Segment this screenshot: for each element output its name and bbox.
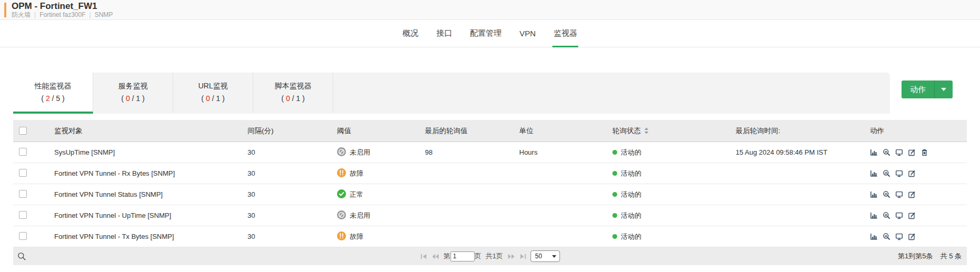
poll-status-cell: 活动的 (612, 232, 736, 241)
select-all-checkbox[interactable] (19, 127, 27, 135)
monitor-tab-count: ( 2 / 5 ) (41, 94, 64, 103)
tab-vpn[interactable]: VPN (519, 20, 537, 47)
monitor-tab-count: ( 0 / 1 ) (281, 94, 304, 103)
first-page-icon[interactable] (420, 253, 427, 260)
bar-chart-icon[interactable] (870, 233, 878, 240)
threshold-cell: 故障 (337, 168, 425, 179)
row-checkbox[interactable] (19, 211, 27, 219)
monitor-interval: 30 (248, 190, 337, 198)
meta-separator: | (34, 11, 36, 19)
table-row: Fortinet VPN Tunnel Status [SNMP] 30 正常 … (13, 184, 967, 205)
edit-icon[interactable] (908, 148, 916, 156)
bar-chart-icon[interactable] (870, 169, 878, 177)
record-summary: 第1到第5条 共 5 条 (898, 251, 962, 261)
monitor-tab-label: 脚本监视器 (275, 82, 312, 91)
col-actions: 动作 (870, 126, 967, 136)
threshold-label: 未启用 (350, 148, 370, 157)
bar-chart-icon[interactable] (870, 148, 878, 156)
table-row: Fortinet VPN Tunnel - Tx Bytes [SNMP] 30… (13, 226, 967, 247)
device-accent-bar (4, 3, 6, 17)
monitor-name: SysUpTime [SNMP] (54, 148, 248, 156)
search-icon[interactable] (17, 252, 26, 261)
prev-page-icon[interactable] (431, 253, 439, 260)
row-checkbox[interactable] (19, 148, 27, 156)
monitor-tab-script[interactable]: 脚本监视器 ( 0 / 1 ) (253, 73, 333, 114)
green-dot-icon (612, 192, 617, 197)
col-last-value: 最后的轮询值 (425, 126, 519, 136)
actions-button[interactable]: 动作 (902, 80, 934, 98)
bar-chart-icon[interactable] (870, 211, 878, 219)
monitor-interval: 30 (248, 148, 337, 156)
row-checkbox[interactable] (19, 169, 27, 177)
row-checkbox[interactable] (19, 190, 27, 198)
row-actions (870, 190, 967, 198)
tab-interfaces[interactable]: 接口 (435, 20, 453, 47)
threshold-cell: 正常 (337, 189, 425, 200)
monitors-table: 监视对象 间隔(分) 阈值 最后的轮询值 单位 轮询状态 最后轮询时间: 动作 … (13, 120, 967, 265)
ban-circle-icon (337, 210, 346, 221)
tab-config-management[interactable]: 配置管理 (469, 20, 503, 47)
row-checkbox[interactable] (19, 232, 27, 240)
poll-status-label: 活动的 (621, 190, 641, 199)
edit-icon[interactable] (908, 211, 916, 219)
sort-arrows-icon[interactable] (644, 127, 649, 134)
meta-separator: | (90, 11, 91, 19)
threshold-label: 故障 (350, 232, 363, 241)
col-interval: 间隔(分) (248, 126, 337, 136)
poll-status-label: 活动的 (621, 169, 641, 178)
poll-status-label: 活动的 (621, 148, 641, 157)
monitor-interval: 30 (248, 211, 337, 219)
search-report-icon[interactable] (883, 169, 890, 177)
device-tab-bar: 概况 接口 配置管理 VPN 监视器 (0, 20, 980, 47)
page-number-input[interactable] (450, 251, 474, 261)
search-report-icon[interactable] (883, 190, 890, 198)
check-circle-icon (337, 189, 346, 200)
table-row: SysUpTime [SNMP] 30 未启用 98 Hours 活动的 15 … (13, 142, 967, 163)
page-title: OPM - Fortinet_FW1 (12, 1, 980, 11)
threshold-label: 正常 (350, 190, 363, 199)
display-icon[interactable] (895, 211, 903, 219)
monitor-interval: 30 (248, 233, 337, 240)
col-poll-status[interactable]: 轮询状态 (612, 126, 736, 136)
record-total: 共 5 条 (941, 251, 962, 261)
green-dot-icon (612, 234, 617, 239)
col-monitor-name: 监视对象 (54, 126, 248, 136)
table-footer: 第 页 共1页 50 第1到第5条 共 5 条 (13, 247, 967, 265)
actions-button-group: 动作 (890, 73, 967, 98)
actions-dropdown-toggle[interactable] (934, 80, 953, 98)
monitor-type-tabbar: 性能监视器 ( 2 / 5 ) 服务监视 ( 0 / 1 ) URL监视 ( 0… (13, 73, 967, 114)
table-body: SysUpTime [SNMP] 30 未启用 98 Hours 活动的 15 … (13, 142, 967, 247)
last-poll-time: 15 Aug 2024 09:58:46 PM IST (736, 148, 870, 156)
poll-status-label: 活动的 (621, 232, 641, 241)
search-report-icon[interactable] (883, 211, 890, 219)
display-icon[interactable] (895, 148, 903, 156)
threshold-cell: 故障 (337, 231, 425, 242)
edit-icon[interactable] (908, 190, 916, 198)
tab-monitors[interactable]: 监视器 (552, 20, 578, 47)
display-icon[interactable] (895, 169, 903, 177)
bar-chart-icon[interactable] (870, 190, 878, 198)
page-prefix-label: 第 (443, 251, 450, 261)
display-icon[interactable] (895, 233, 903, 240)
search-report-icon[interactable] (883, 233, 890, 240)
row-actions (870, 233, 967, 240)
delete-icon[interactable] (920, 148, 928, 156)
search-report-icon[interactable] (883, 148, 890, 156)
edit-icon[interactable] (908, 233, 916, 240)
last-page-icon[interactable] (519, 253, 526, 260)
poll-status-label: 活动的 (621, 211, 641, 220)
threshold-cell: 未启用 (337, 210, 425, 221)
col-threshold: 阈值 (337, 126, 425, 136)
display-icon[interactable] (895, 190, 903, 198)
next-page-icon[interactable] (507, 253, 515, 260)
device-header: OPM - Fortinet_FW1 防火墙 | Fortinet faz300… (0, 0, 980, 20)
monitor-tab-url[interactable]: URL监视 ( 0 / 1 ) (173, 73, 253, 114)
record-range: 第1到第5条 (898, 251, 933, 261)
chevron-down-icon (941, 88, 946, 91)
monitor-tab-performance[interactable]: 性能监视器 ( 2 / 5 ) (13, 73, 93, 114)
edit-icon[interactable] (908, 169, 916, 177)
tab-overview[interactable]: 概况 (402, 20, 420, 47)
page-suffix-label: 页 (474, 251, 481, 261)
page-size-select[interactable]: 50 (530, 250, 560, 262)
monitor-tab-service[interactable]: 服务监视 ( 0 / 1 ) (93, 73, 173, 114)
